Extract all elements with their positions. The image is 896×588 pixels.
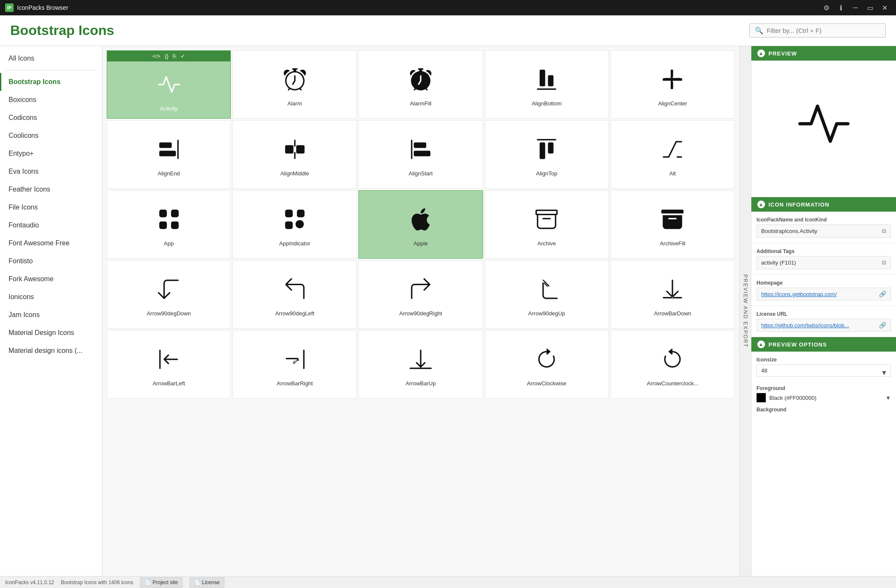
sidebar-item-jam-icons[interactable]: Jam Icons	[0, 306, 102, 324]
search-bar[interactable]: 🔍	[749, 23, 886, 38]
toolbar-copy-icon[interactable]: ⎘	[173, 53, 176, 59]
alignstart-icon-label: AlignStart	[409, 170, 433, 177]
icon-cell-arrowcounterclockwise[interactable]: ArrowCounterclock...	[611, 330, 735, 399]
homepage-link-icon[interactable]: 🔗	[879, 291, 886, 297]
license-value-row[interactable]: https://github.com/twbs/icons/blob... 🔗	[756, 319, 891, 332]
sidebar-item-fontaudio[interactable]: Fontaudio	[0, 216, 102, 234]
alignbottom-icon-glyph	[535, 64, 558, 94]
foreground-dropdown-icon[interactable]: ▼	[885, 395, 891, 401]
pack-name-value: BootstrapIcons.Activity	[761, 228, 817, 234]
sidebar-item-boxicons[interactable]: Boxicons	[0, 91, 102, 109]
homepage-label: Homepage	[756, 280, 891, 286]
icon-cell-alarmfill[interactable]: AlarmFill	[358, 50, 483, 119]
alignend-icon-glyph	[158, 134, 180, 164]
arrow90degup-icon-glyph	[535, 274, 558, 304]
license-link-icon[interactable]: 🔗	[879, 322, 886, 329]
icon-cell-arrowbarright[interactable]: ArrowBarRight	[233, 330, 357, 399]
homepage-section: Homepage https://icons.getbootstrap.com/…	[751, 275, 896, 306]
sidebar-item-eva-icons[interactable]: Eva Icons	[0, 163, 102, 180]
status-pack-info: Bootstrap Icons with 1406 icons	[61, 579, 133, 585]
homepage-value-row[interactable]: https://icons.getbootstrap.com/ 🔗	[756, 288, 891, 300]
background-label: Background	[756, 407, 891, 413]
additional-tags-section: Additional Tags activity (F101) ⧉	[751, 243, 896, 275]
sidebar-item-ionicons[interactable]: Ionicons	[0, 288, 102, 306]
icon-cell-archive[interactable]: Archive	[485, 190, 609, 259]
maximize-btn[interactable]: ▭	[864, 1, 876, 14]
alarmfill-icon-label: AlarmFill	[410, 100, 432, 107]
icon-cell-app[interactable]: App	[107, 190, 231, 259]
icon-cell-arrowbardown[interactable]: ArrowBarDown	[611, 260, 735, 329]
alignmiddle-icon-label: AlignMiddle	[280, 170, 309, 177]
sidebar-item-feather-icons[interactable]: Feather Icons	[0, 180, 102, 198]
icon-cell-arrow90degright[interactable]: Arrow90degRight	[358, 260, 483, 329]
search-input[interactable]	[767, 27, 880, 34]
icon-cell-arrowbarleft[interactable]: ArrowBarLeft	[107, 330, 231, 399]
alarmfill-icon-glyph	[410, 64, 432, 94]
icon-cell-arrow90degup[interactable]: Arrow90degUp	[485, 260, 609, 329]
minimize-btn[interactable]: ─	[849, 1, 862, 14]
arrowbarright-icon-label: ArrowBarRight	[277, 380, 313, 387]
arrow90degdown-icon-label: Arrow90degDown	[147, 310, 191, 317]
toolbar-braces-icon[interactable]: {}	[165, 53, 169, 59]
sidebar-item-file-icons[interactable]: File Icons	[0, 198, 102, 216]
icon-cell-apple[interactable]: Apple	[358, 190, 483, 259]
sidebar-item-coolicons[interactable]: Coolicons	[0, 127, 102, 145]
activity-icon-glyph	[158, 70, 180, 99]
title-bar-controls: ⚙ ℹ ─ ▭ ✕	[820, 1, 891, 14]
title-bar: IP IconPacks Browser ⚙ ℹ ─ ▭ ✕	[0, 0, 896, 15]
preview-area	[751, 61, 896, 197]
sidebar-item-fork-awesome[interactable]: Fork Awesome	[0, 270, 102, 288]
status-tab-project-site[interactable]: 📄 Project site	[140, 577, 183, 588]
preview-export-collapse-btn[interactable]: PREVIEW AND EXPORT	[739, 46, 751, 576]
icon-cell-alarm[interactable]: Alarm	[233, 50, 357, 119]
icon-cell-arrow90degdown[interactable]: Arrow90degDown	[107, 260, 231, 329]
additional-tags-value: activity (F101)	[761, 259, 796, 266]
aligntop-icon-label: AlignTop	[536, 170, 557, 177]
options-section: Iconsize 48 16 24 32 64 ▼ Foreground Bla…	[751, 352, 896, 419]
sidebar-item-codicons[interactable]: Codicons	[0, 109, 102, 127]
icon-info-section-icon: ▲	[757, 201, 765, 208]
close-btn[interactable]: ✕	[878, 1, 891, 14]
icon-cell-arrowbarup[interactable]: ArrowBarUp	[358, 330, 483, 399]
app-icon-label: App	[164, 240, 174, 247]
icon-cell-alignend[interactable]: AlignEnd	[107, 120, 231, 189]
arrow90degleft-icon-label: Arrow90degLeft	[275, 310, 314, 317]
toolbar-check-icon[interactable]: ✓	[180, 53, 185, 59]
sidebar-item-entypo[interactable]: Entypo+	[0, 145, 102, 163]
icon-cell-activity[interactable]: </> {} ⎘ ✓ Activity	[107, 50, 231, 119]
icon-cell-aligntop[interactable]: AlignTop	[485, 120, 609, 189]
iconsize-select[interactable]: 48 16 24 32 64	[756, 364, 891, 377]
pack-name-value-row: BootstrapIcons.Activity ⧉	[756, 224, 891, 238]
status-tab-license[interactable]: 📄 License	[189, 577, 224, 588]
icon-cell-appindicator[interactable]: AppIndicator	[233, 190, 357, 259]
foreground-color-row[interactable]: Black (#FF000000) ▼	[756, 393, 891, 402]
icon-cell-alignbottom[interactable]: AlignBottom	[485, 50, 609, 119]
additional-tags-copy-btn[interactable]: ⧉	[882, 259, 886, 266]
icon-cell-alt[interactable]: Alt	[611, 120, 735, 189]
pack-name-copy-btn[interactable]: ⧉	[882, 227, 886, 235]
status-bar: IconPacks v4.11.0.12 Bootstrap Icons wit…	[0, 576, 896, 588]
sidebar-item-font-awesome-free[interactable]: Font Awesome Free	[0, 234, 102, 252]
icon-cell-alignmiddle[interactable]: AlignMiddle	[233, 120, 357, 189]
additional-tags-value-row: activity (F101) ⧉	[756, 256, 891, 269]
sidebar-item-all-icons[interactable]: All Icons	[0, 49, 102, 67]
sidebar-item-fontisto[interactable]: Fontisto	[0, 252, 102, 270]
toolbar-code-icon[interactable]: </>	[152, 53, 160, 59]
homepage-value: https://icons.getbootstrap.com/	[761, 291, 837, 297]
additional-tags-label: Additional Tags	[756, 248, 891, 254]
arrowbardown-icon-label: ArrowBarDown	[654, 310, 691, 317]
icon-cell-alignstart[interactable]: AlignStart	[358, 120, 483, 189]
icon-cell-archivefill[interactable]: ArchiveFill	[611, 190, 735, 259]
icon-cell-arrow90degleft[interactable]: Arrow90degLeft	[233, 260, 357, 329]
svg-rect-3	[159, 151, 176, 156]
svg-rect-2	[159, 142, 172, 148]
sidebar-item-material-design-icons[interactable]: Material Design Icons	[0, 324, 102, 342]
settings-btn[interactable]: ⚙	[820, 1, 833, 14]
icon-cell-aligncenter[interactable]: AlignCenter	[611, 50, 735, 119]
sidebar-item-material-design-icons2[interactable]: Material design icons (...	[0, 342, 102, 360]
icon-cell-arrowclockwise[interactable]: ArrowClockwise	[485, 330, 609, 399]
arrowbarleft-icon-glyph	[158, 344, 180, 374]
info-btn[interactable]: ℹ	[835, 1, 847, 14]
app-icon-glyph	[158, 204, 180, 234]
sidebar-item-bootstrap-icons[interactable]: Bootstrap Icons	[0, 73, 102, 91]
